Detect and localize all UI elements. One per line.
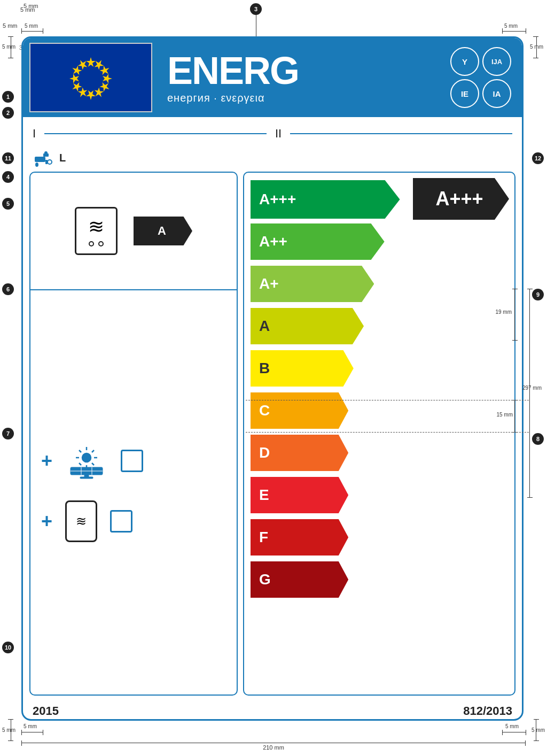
left-top: ≋ A — [30, 173, 237, 290]
header-section: ENERG енергия · ενεργεια Y IJA IE IA — [23, 38, 522, 117]
solar-checkbox[interactable] — [121, 450, 143, 472]
footer-year: 2015 — [33, 704, 59, 718]
dim-label-5mm-left: 5 mm — [2, 44, 15, 50]
tap-label: L — [59, 152, 66, 164]
annot-12: 12 — [532, 152, 544, 164]
separator-line-2 — [290, 133, 512, 134]
plus-solar: + — [41, 450, 52, 472]
annot-3: 3 — [250, 3, 262, 15]
svg-rect-13 — [35, 157, 45, 162]
dim-bot-left-5mm-line — [21, 732, 43, 732]
svg-rect-15 — [44, 151, 48, 155]
dim-bot-right-5mm-l — [502, 730, 503, 735]
tank-addon-row: + ≋ — [41, 500, 226, 542]
svg-line-25 — [92, 463, 94, 465]
energy-title: ENERG енергия · ενεργεια — [159, 51, 444, 104]
bar-arrow-c: C — [251, 392, 348, 429]
bar-arrow-a: A — [251, 308, 364, 344]
left-panel: ≋ A — [29, 172, 238, 696]
dim-bot-vr-top — [534, 740, 539, 741]
annot-10: 10 — [2, 642, 14, 653]
svg-rect-17 — [45, 160, 48, 164]
main-content: ≋ A — [29, 172, 515, 696]
annot-6: 6 — [2, 283, 14, 295]
bracket-15mm-line — [514, 400, 515, 432]
dim-bot-right-5mm-label: 5 mm — [505, 723, 519, 729]
annot-2: 2 — [2, 107, 14, 119]
bracket-297mm-line — [529, 289, 530, 497]
plus-tank: + — [41, 510, 52, 533]
dim-bot-vr-label: 5 mm — [532, 727, 545, 733]
energy-sub-text: енергия · ενεργεια — [167, 92, 444, 104]
lang-IE: IE — [450, 79, 479, 108]
bar-g: G — [251, 559, 508, 600]
energy-main-text: ENERG — [167, 51, 444, 90]
bar-arrow-f: F — [251, 519, 348, 556]
bar-arrow-b: B — [251, 350, 354, 387]
bar-label-f: F — [259, 529, 268, 546]
svg-point-19 — [82, 453, 91, 462]
dim-bot-left-5mm-l — [21, 730, 22, 735]
annot-11: 11 — [2, 152, 14, 164]
bar-a: A — [251, 306, 508, 346]
dim-210mm-label: 210 mm — [263, 744, 284, 751]
dim-210mm-right — [525, 740, 526, 746]
dim-297mm-label: 297 mm — [522, 385, 542, 391]
tap-row: L — [23, 146, 522, 172]
bar-label-a: A — [259, 318, 270, 335]
bar-label-g: G — [259, 571, 271, 588]
footer-section: 2015 812/2013 — [23, 699, 522, 721]
dim-bot-right-5mm-line — [502, 732, 526, 732]
outer-container: 5 mm 5 mm 5 mm 5 mm 5 mm 5 mm 5 mm 3 3 m… — [0, 0, 547, 756]
lang-IJA: IJA — [482, 47, 511, 76]
roman-II: II — [275, 127, 282, 141]
bar-ap: A+ — [251, 264, 508, 304]
bar-label-app: A++ — [259, 233, 287, 250]
roman-I: I — [33, 127, 36, 141]
bar-arrow-app: A++ — [251, 223, 385, 260]
lines-section: I II — [23, 117, 522, 146]
dim-label-right-5mm: 5 mm — [530, 44, 543, 50]
svg-line-26 — [92, 450, 94, 452]
dim-top-left-5mm-label: 5 mm — [24, 3, 38, 9]
bar-label-ap: A+ — [259, 275, 279, 292]
dim-label-5mm-top: 5 mm — [25, 23, 38, 29]
bar-appp: A+++ — [251, 179, 508, 220]
label-card: ENERG енергия · ενεργεια Y IJA IE IA I I… — [21, 36, 523, 721]
energy-class-arrow-container: A — [134, 217, 192, 245]
dim-210mm-left — [21, 740, 22, 746]
dim-label-top-right-5mm: 5 mm — [504, 23, 518, 29]
energy-class-label: A — [158, 224, 166, 238]
bar-f: F — [251, 517, 508, 558]
dim-bot-vr-bot — [534, 719, 539, 720]
dim-bot-left-5mm-label: 5 mm — [24, 723, 37, 729]
bar-arrow-ap: A+ — [251, 266, 374, 302]
annot-1: 1 — [2, 91, 14, 103]
dim-bot-right-5mm-r — [526, 730, 526, 735]
svg-point-18 — [35, 163, 38, 167]
bar-d: D — [251, 433, 508, 473]
dim-left-5mm: 5 mm — [3, 22, 18, 29]
bar-label-e: E — [259, 487, 269, 504]
tank-checkbox[interactable] — [110, 510, 132, 533]
bar-b: B — [251, 348, 508, 389]
annot-9: 9 — [532, 289, 544, 300]
tap-icon — [33, 148, 56, 167]
dim-19mm-label: 19 mm — [495, 309, 512, 315]
bar-arrow-appp: A+++ — [251, 180, 400, 219]
tank-waves: ≋ — [76, 514, 87, 529]
bracket-297mm-top — [527, 289, 533, 289]
dim-bot-vl-label: 5 mm — [2, 727, 15, 733]
right-panel: A+++ A+++ A++ A+ — [243, 172, 515, 696]
footer-regulation: 812/2013 — [463, 704, 512, 718]
bracket-19mm-line — [514, 289, 515, 340]
boiler-icon: ≋ — [75, 207, 118, 255]
dashed-line-8-bot — [246, 432, 529, 433]
bar-label-appp: A+++ — [259, 191, 296, 208]
dim-210mm-line — [21, 743, 526, 743]
boiler-waves: ≋ — [88, 215, 104, 238]
svg-rect-33 — [80, 477, 93, 479]
bar-label-c: C — [259, 402, 270, 419]
annot-8: 8 — [532, 433, 544, 445]
language-circles: Y IJA IE IA — [450, 47, 511, 108]
